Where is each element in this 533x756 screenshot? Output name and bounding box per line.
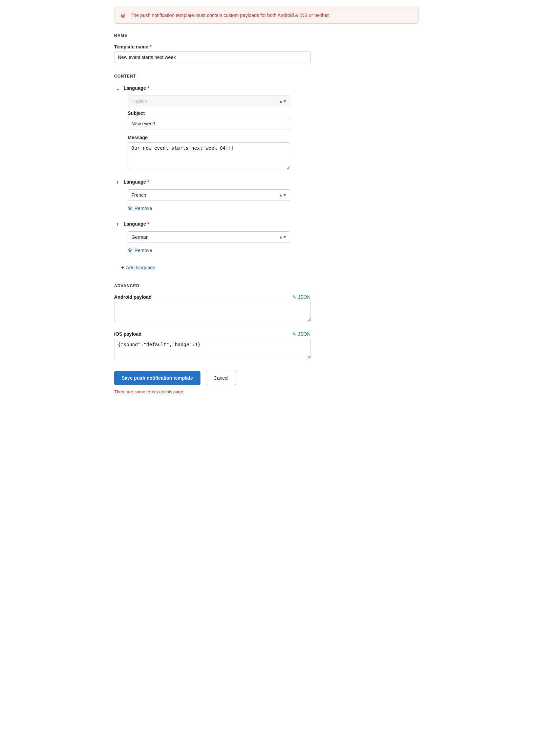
language-block-english: ⌄ Language * English ▲▼ Subject Message … (114, 85, 419, 170)
android-json-btn[interactable]: ✎ JSON (292, 294, 311, 300)
error-banner: ⊗ The push notification template must co… (114, 7, 419, 24)
pencil-icon-android: ✎ (292, 294, 296, 300)
language-select-english[interactable]: English (128, 96, 290, 107)
name-section: NAME Template name * (114, 33, 419, 63)
chevron-down-icon: ⌄ (115, 85, 120, 91)
required-star-english: * (147, 85, 149, 91)
ios-payload-textarea[interactable]: {"sound":"default","badge":1} (114, 339, 311, 359)
form-error-text: There are some errors on this page. (114, 389, 419, 394)
expand-french-btn[interactable]: › (114, 178, 121, 185)
ios-payload-label: iOS payload (114, 331, 142, 337)
content-section: CONTENT ⌄ Language * English ▲▼ Subject (114, 74, 419, 273)
template-name-field: Template name * (114, 44, 311, 63)
trash-icon-german: 🗑 (128, 248, 132, 253)
expand-german-btn[interactable]: › (114, 220, 121, 227)
name-section-title: NAME (114, 33, 419, 38)
message-field: Message Our new event starts next week 0… (128, 135, 290, 170)
android-payload-row: Android payload ✎ JSON (114, 294, 311, 300)
language-select-wrapper-french: French English German ▲▼ (128, 189, 290, 201)
language-label-english: Language * (124, 85, 149, 91)
error-circle-icon: ⊗ (121, 12, 127, 19)
required-star-german: * (147, 221, 149, 227)
german-content: German English French ▲▼ 🗑 Remove (128, 231, 419, 254)
language-select-german[interactable]: German English French (128, 231, 290, 243)
pencil-icon-ios: ✎ (292, 331, 296, 337)
advanced-section: ADVANCED Android payload ✎ JSON iOS payl… (114, 284, 419, 360)
ios-json-btn[interactable]: ✎ JSON (292, 331, 311, 337)
android-payload-textarea[interactable] (114, 302, 311, 322)
android-payload-field: Android payload ✎ JSON (114, 294, 311, 323)
content-section-title: CONTENT (114, 74, 419, 79)
french-content: French English German ▲▼ 🗑 Remove (128, 189, 419, 212)
language-select-wrapper-german: German English French ▲▼ (128, 231, 290, 243)
template-name-input[interactable] (114, 51, 311, 63)
language-block-french: › Language * French English German ▲▼ 🗑 … (114, 178, 419, 212)
collapse-english-btn[interactable]: ⌄ (114, 85, 121, 91)
language-label-german: Language * (124, 221, 149, 227)
android-payload-label: Android payload (114, 294, 151, 300)
subject-input[interactable] (128, 118, 290, 129)
subject-label: Subject (128, 110, 290, 116)
remove-french-btn[interactable]: 🗑 Remove (128, 204, 152, 212)
language-select-wrapper-english: English ▲▼ (128, 96, 290, 107)
message-textarea[interactable]: Our new event starts next week 04!!! (128, 142, 290, 169)
chevron-right-icon-french: › (116, 178, 119, 186)
subject-field: Subject (128, 110, 290, 129)
cancel-button[interactable]: Cancel (206, 371, 236, 385)
required-star: * (150, 44, 151, 49)
add-language-btn[interactable]: + Add language (121, 262, 155, 273)
plus-icon: + (121, 265, 124, 271)
save-button[interactable]: Save push notification template (114, 371, 200, 385)
message-label: Message (128, 135, 290, 140)
error-banner-text: The push notification template must cont… (131, 13, 330, 18)
ios-payload-field: iOS payload ✎ JSON {"sound":"default","b… (114, 331, 311, 360)
required-star-french: * (147, 179, 149, 185)
chevron-right-icon-german: › (116, 220, 119, 228)
template-name-label: Template name * (114, 44, 311, 49)
ios-payload-row: iOS payload ✎ JSON (114, 331, 311, 337)
english-expanded-content: English ▲▼ Subject Message Our new event… (128, 96, 419, 170)
advanced-section-title: ADVANCED (114, 284, 419, 288)
remove-german-btn[interactable]: 🗑 Remove (128, 246, 152, 254)
language-block-german: › Language * German English French ▲▼ 🗑 … (114, 220, 419, 254)
language-label-french: Language * (124, 179, 149, 185)
language-select-french[interactable]: French English German (128, 189, 290, 201)
footer-buttons: Save push notification template Cancel (114, 371, 419, 385)
trash-icon-french: 🗑 (128, 206, 132, 211)
